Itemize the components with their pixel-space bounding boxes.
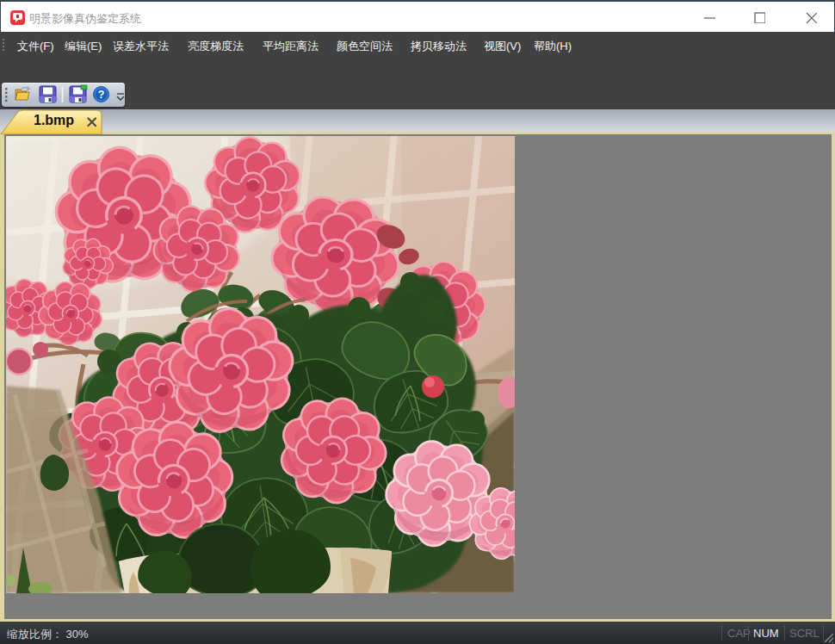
svg-text:?: ?: [98, 89, 105, 101]
